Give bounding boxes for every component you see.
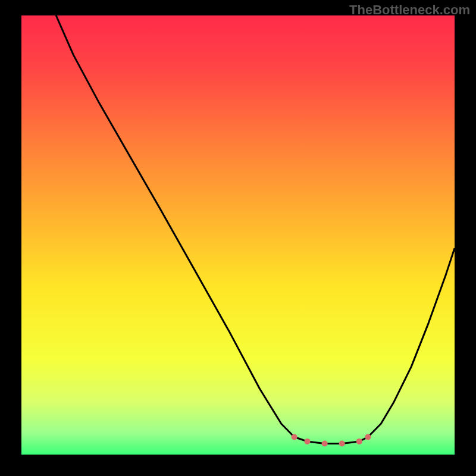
curve-marker (322, 441, 328, 447)
curve-marker (339, 441, 345, 447)
plot-area (21, 15, 455, 455)
chart-svg (21, 15, 455, 455)
curve-marker (292, 434, 298, 440)
gradient-background (21, 15, 455, 455)
chart-container: TheBottleneck.com (0, 0, 476, 476)
curve-marker (305, 439, 311, 444)
curve-marker (365, 434, 371, 440)
curve-marker (356, 439, 362, 444)
watermark-text: TheBottleneck.com (349, 2, 470, 18)
